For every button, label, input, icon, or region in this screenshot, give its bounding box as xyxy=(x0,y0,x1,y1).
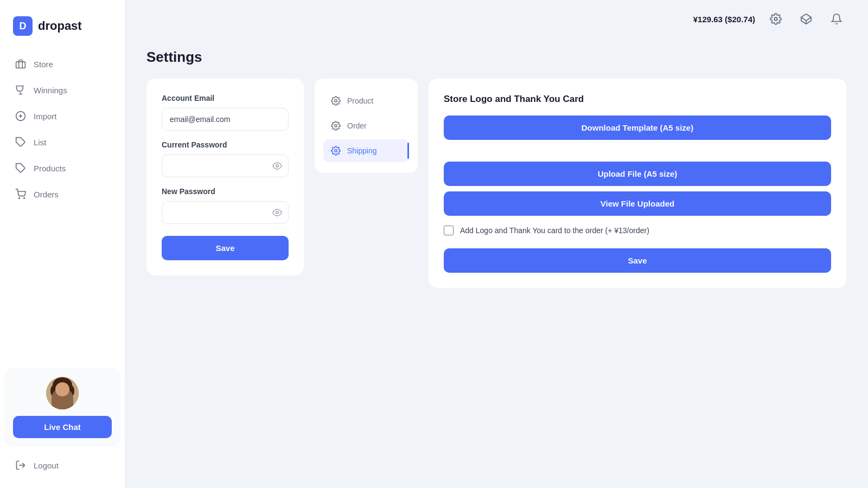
view-file-button[interactable]: View File Uploaded xyxy=(444,191,831,216)
avatar xyxy=(46,377,79,409)
settings-nav-shipping[interactable]: Shipping xyxy=(323,139,409,162)
header: ¥129.63 ($20.74) xyxy=(125,0,868,38)
logo-icon: D xyxy=(13,16,33,36)
orders-icon xyxy=(15,189,26,200)
upload-file-button[interactable]: Upload File (A5 size) xyxy=(444,162,831,186)
settings-nav-card: Product Order Ship xyxy=(315,79,418,173)
settings-nav-order[interactable]: Order xyxy=(323,114,409,137)
settings-layout: Account Email Current Password New Passw… xyxy=(146,79,846,288)
new-password-eye-icon[interactable] xyxy=(272,208,282,217)
import-icon xyxy=(15,111,26,121)
download-template-button[interactable]: Download Template (A5 size) xyxy=(444,115,831,140)
bell-icon[interactable] xyxy=(827,9,846,29)
settings-nav-product-label: Product xyxy=(347,97,373,105)
sidebar-item-products-label: Products xyxy=(34,164,66,173)
order-settings-icon xyxy=(331,121,341,131)
current-password-label: Current Password xyxy=(162,140,289,149)
sidebar: D dropast Store Winnings xyxy=(0,0,125,488)
sidebar-item-store-label: Store xyxy=(34,60,53,69)
logout-item[interactable]: Logout xyxy=(0,453,125,477)
svg-point-14 xyxy=(52,400,73,409)
store-logo-card: Store Logo and Thank You Card Download T… xyxy=(429,79,846,288)
logout-icon xyxy=(15,460,26,471)
current-password-input[interactable] xyxy=(162,155,289,177)
sidebar-item-orders-label: Orders xyxy=(34,190,59,199)
svg-point-8 xyxy=(55,384,69,398)
svg-point-12 xyxy=(65,389,66,391)
svg-point-19 xyxy=(276,165,279,168)
settings-nav-product[interactable]: Product xyxy=(323,89,409,112)
current-password-eye-icon[interactable] xyxy=(272,161,282,171)
store-logo-save-button[interactable]: Save xyxy=(444,248,831,273)
email-input[interactable] xyxy=(162,108,289,131)
sidebar-item-list-label: List xyxy=(34,138,46,147)
app-name: dropast xyxy=(38,19,82,33)
list-icon xyxy=(15,137,26,147)
active-indicator xyxy=(407,143,409,159)
page-content: Settings Account Email Current Password … xyxy=(125,38,868,488)
cube-icon[interactable] xyxy=(796,9,816,29)
store-icon xyxy=(15,59,26,69)
sidebar-item-store[interactable]: Store xyxy=(7,52,118,76)
add-logo-label: Add Logo and Thank You card to the order… xyxy=(460,226,649,235)
account-card: Account Email Current Password New Passw… xyxy=(146,79,304,275)
svg-point-7 xyxy=(55,384,70,400)
logo-area: D dropast xyxy=(0,11,125,52)
new-password-wrapper xyxy=(162,201,289,224)
settings-icon[interactable] xyxy=(766,9,786,29)
live-chat-section: Live Chat xyxy=(4,368,120,447)
sidebar-item-list[interactable]: List xyxy=(7,130,118,154)
settings-nav-shipping-label: Shipping xyxy=(347,146,377,155)
main-content: ¥129.63 ($20.74) Settings Account Email xyxy=(125,0,868,488)
svg-rect-0 xyxy=(16,62,25,68)
settings-nav-order-label: Order xyxy=(347,121,367,130)
add-logo-checkbox[interactable] xyxy=(444,226,454,235)
svg-point-9 xyxy=(50,386,56,396)
svg-point-6 xyxy=(53,377,72,393)
page-title: Settings xyxy=(146,49,846,66)
sidebar-item-import-label: Import xyxy=(34,112,57,121)
current-password-wrapper xyxy=(162,155,289,177)
logout-label: Logout xyxy=(34,461,59,470)
live-chat-button[interactable]: Live Chat xyxy=(13,416,112,438)
svg-point-10 xyxy=(69,386,74,396)
shipping-settings-icon xyxy=(331,146,341,156)
new-password-label: New Password xyxy=(162,187,289,196)
add-logo-row: Add Logo and Thank You card to the order… xyxy=(444,226,831,235)
balance-display: ¥129.63 ($20.74) xyxy=(693,15,755,24)
sidebar-item-import[interactable]: Import xyxy=(7,104,118,128)
new-password-input[interactable] xyxy=(162,201,289,224)
svg-point-23 xyxy=(335,150,337,152)
account-save-button[interactable]: Save xyxy=(162,236,289,260)
sidebar-nav: Store Winnings Import xyxy=(0,52,125,368)
upload-view-group: Upload File (A5 size) View File Uploaded xyxy=(444,162,831,221)
svg-point-16 xyxy=(774,17,777,21)
svg-point-22 xyxy=(335,125,337,127)
products-icon xyxy=(15,163,26,174)
svg-point-4 xyxy=(24,198,25,199)
sidebar-item-orders[interactable]: Orders xyxy=(7,182,118,206)
svg-point-3 xyxy=(19,198,20,199)
store-logo-title: Store Logo and Thank You Card xyxy=(444,94,831,105)
trophy-icon xyxy=(15,85,26,95)
sidebar-item-winnings[interactable]: Winnings xyxy=(7,78,118,102)
email-label: Account Email xyxy=(162,94,289,102)
svg-rect-13 xyxy=(60,397,65,401)
sidebar-item-products[interactable]: Products xyxy=(7,156,118,180)
svg-point-21 xyxy=(335,100,337,102)
sidebar-item-winnings-label: Winnings xyxy=(34,86,67,95)
svg-point-20 xyxy=(276,211,279,214)
store-logo-save-section: Save xyxy=(444,248,831,273)
svg-point-11 xyxy=(59,389,61,391)
product-settings-icon xyxy=(331,96,341,106)
